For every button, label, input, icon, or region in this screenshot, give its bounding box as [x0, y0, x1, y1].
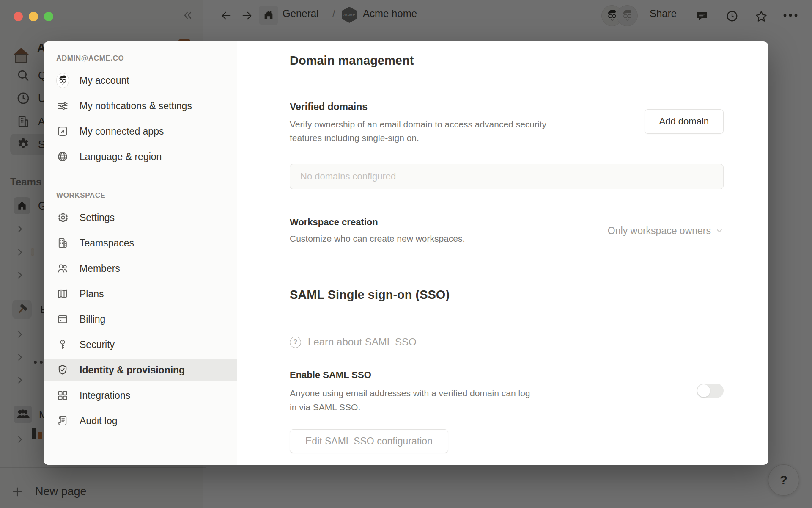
workspace-creation-description: Customize who can create new workspaces. — [290, 232, 465, 245]
window-controls[interactable] — [14, 12, 53, 21]
workspace-creation-dropdown[interactable]: Only workspace owners — [608, 225, 724, 237]
page-title: Domain management — [290, 53, 724, 68]
settings-nav-integrations[interactable]: Integrations — [44, 384, 237, 406]
settings-nav-members[interactable]: Members — [44, 257, 237, 279]
settings-nav-language[interactable]: Language & region — [44, 146, 237, 168]
nav-item-label: Teamspaces — [80, 237, 134, 249]
user-avatar — [56, 74, 69, 87]
settings-nav-audit-log[interactable]: Audit log — [44, 410, 237, 432]
settings-nav-billing[interactable]: Billing — [44, 308, 237, 330]
shield-check-icon — [56, 364, 69, 376]
verified-domains-title: Verified domains — [290, 101, 577, 113]
notion-window: General / ACME Acme home Share — [0, 0, 812, 508]
add-domain-button[interactable]: Add domain — [645, 109, 724, 134]
dropdown-value: Only workspace owners — [608, 225, 711, 237]
nav-item-label: Members — [80, 263, 120, 274]
gear-icon — [56, 211, 69, 224]
learn-saml-label: Learn about SAML SSO — [308, 336, 417, 348]
section-divider — [290, 82, 724, 82]
workspace-section-header: WORKSPACE — [44, 191, 237, 201]
nav-item-label: My account — [80, 75, 129, 86]
sliders-icon — [56, 99, 69, 112]
section-divider — [290, 315, 724, 315]
learn-saml-link[interactable]: ? Learn about SAML SSO — [290, 336, 724, 348]
nav-item-label: My notifications & settings — [80, 100, 192, 112]
scroll-icon — [56, 414, 69, 427]
verified-domains-description: Verify ownership of an email domain to a… — [290, 118, 577, 145]
chevron-down-icon — [715, 226, 724, 235]
arrow-up-right-box-icon — [56, 125, 69, 138]
settings-content: Domain management Verified domains Verif… — [237, 41, 768, 465]
enable-saml-toggle[interactable] — [697, 384, 724, 398]
settings-nav-connected-apps[interactable]: My connected apps — [44, 120, 237, 142]
enable-saml-description: Anyone using email addresses with a veri… — [290, 386, 535, 414]
nav-item-label: Settings — [80, 212, 115, 224]
nav-item-label: Plans — [80, 288, 104, 300]
credit-card-icon — [56, 313, 69, 326]
account-section-header: ADMIN@ACME.CO — [44, 54, 237, 64]
nav-item-label: Identity & provisioning — [80, 364, 185, 376]
members-icon — [56, 262, 69, 275]
nav-item-label: My connected apps — [80, 126, 164, 137]
settings-nav-identity-provisioning[interactable]: Identity & provisioning — [44, 359, 237, 381]
enable-saml-title: Enable SAML SSO — [290, 369, 535, 381]
settings-modal: ADMIN@ACME.CO My account My notification… — [44, 41, 768, 465]
settings-nav-settings[interactable]: Settings — [44, 207, 237, 229]
settings-sidebar: ADMIN@ACME.CO My account My notification… — [44, 41, 237, 465]
workspace-creation-title: Workspace creation — [290, 216, 465, 228]
settings-nav-my-account[interactable]: My account — [44, 69, 237, 91]
minimize-window-button[interactable] — [29, 12, 38, 21]
settings-nav-teamspaces[interactable]: Teamspaces — [44, 232, 237, 254]
nav-item-label: Integrations — [80, 390, 130, 401]
domains-empty-state: No domains configured — [290, 164, 724, 189]
map-icon — [56, 287, 69, 300]
question-circle-icon: ? — [290, 337, 301, 348]
settings-nav-security[interactable]: Security — [44, 334, 237, 356]
key-icon — [56, 338, 69, 351]
building-icon — [56, 237, 69, 249]
close-window-button[interactable] — [14, 12, 23, 21]
nav-item-label: Language & region — [80, 151, 162, 163]
settings-nav-plans[interactable]: Plans — [44, 283, 237, 305]
zoom-window-button[interactable] — [44, 12, 53, 21]
settings-nav-notifications[interactable]: My notifications & settings — [44, 95, 237, 117]
saml-section-title: SAML Single sign-on (SSO) — [290, 287, 724, 302]
globe-icon — [56, 150, 69, 163]
nav-item-label: Billing — [80, 314, 105, 325]
nav-item-label: Security — [80, 339, 115, 351]
grid-icon — [56, 389, 69, 402]
edit-saml-config-button[interactable]: Edit SAML SSO configuration — [290, 429, 448, 453]
toggle-knob — [697, 384, 710, 397]
nav-item-label: Audit log — [80, 415, 118, 427]
empty-state-label: No domains configured — [300, 171, 396, 182]
